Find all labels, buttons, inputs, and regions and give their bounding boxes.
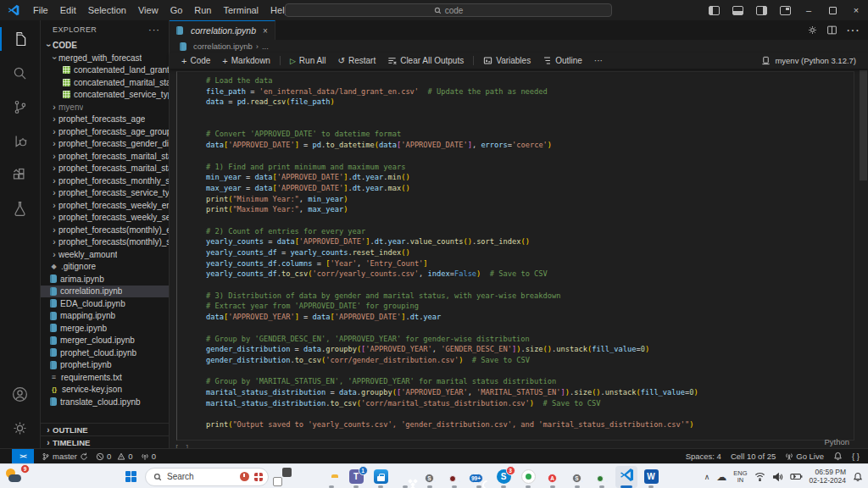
editor-scrollbar[interactable] <box>860 70 867 180</box>
battery-icon[interactable] <box>790 472 803 481</box>
code-line[interactable] <box>206 215 854 226</box>
wifi-icon[interactable] <box>754 472 765 481</box>
tree-item-translate-cloud-ipynb[interactable]: translate_cloud.ipynb <box>41 396 169 408</box>
code-line[interactable]: min_year = data['APPROVED_DATE'].dt.year… <box>206 172 854 183</box>
code-line[interactable]: # Group by 'MARITAL_STATUS_EN', 'APPROVE… <box>206 376 854 387</box>
code-line[interactable] <box>206 366 854 377</box>
search-sidebar-icon[interactable] <box>0 56 41 90</box>
restart-button[interactable]: ↺Restart <box>333 53 381 68</box>
code-line[interactable]: max_year = data['APPROVED_DATE'].dt.year… <box>206 183 854 194</box>
tab-correlation-ipynb[interactable]: correlation.ipynb × <box>170 20 275 40</box>
code-line[interactable] <box>206 108 854 119</box>
add-code-cell-button[interactable]: +Code <box>176 53 215 68</box>
breadcrumb-more[interactable]: ... <box>262 42 269 51</box>
tree-item-concatenated-land-grant-count-d-[interactable]: concatenated_land_grant_count_d... <box>41 64 169 77</box>
code-line[interactable]: # Convert 'APPROVED_DATE' to datetime fo… <box>206 129 854 140</box>
notifications-bell-icon[interactable] <box>833 452 843 461</box>
vscode-taskbar-icon[interactable] <box>615 466 637 488</box>
code-line[interactable]: gender_distribution.to_csv('corr/gender_… <box>206 355 854 366</box>
code-line[interactable]: # Load the data <box>206 75 854 86</box>
prettier-braces-indicator[interactable]: { } <box>852 452 860 461</box>
explorer-icon[interactable] <box>0 22 41 56</box>
spaces-indicator[interactable]: Spaces: 4 <box>686 452 721 461</box>
code-line[interactable]: print("Output saved to 'yearly_counts.cs… <box>206 419 854 430</box>
chrome-profile-3-taskbar-icon[interactable]: A <box>542 466 564 488</box>
code-line[interactable]: yearly_counts_df = yearly_counts.reset_i… <box>206 247 854 258</box>
code-line[interactable]: yearly_counts = data['APPROVED_DATE'].dt… <box>206 236 854 247</box>
tree-item-mapping-ipynb[interactable]: mapping.ipynb <box>41 310 169 323</box>
cell-language[interactable]: Python <box>824 437 849 446</box>
customize-layout-icon[interactable] <box>773 0 797 20</box>
code-line[interactable]: yearly_counts_df.to_csv('corr/yearly_cou… <box>206 269 854 280</box>
language-indicator[interactable]: ENGIN <box>733 470 747 484</box>
tree-item-arima-ipynb[interactable]: arima.ipynb <box>41 273 169 286</box>
cell-indicator[interactable]: Cell 10 of 25 <box>731 452 776 461</box>
account-icon[interactable] <box>0 377 41 411</box>
tree-item-prophet-forecasts-monthly-service-[interactable]: ›prophet_forecasts(monthly)_service... <box>41 236 169 249</box>
chrome-profile-4-taskbar-icon[interactable]: S <box>566 466 588 488</box>
code-line[interactable]: gender_distribution = data.groupby(['APP… <box>206 344 854 355</box>
errors-indicator[interactable]: 0 0 <box>96 452 133 461</box>
code-line[interactable] <box>206 323 854 334</box>
volume-icon[interactable] <box>772 472 783 482</box>
kernel-picker[interactable]: myenv (Python 3.12.7) <box>761 56 856 65</box>
breadcrumb-file[interactable]: correlation.ipynb <box>193 42 253 51</box>
tree-item-prophet-forecasts-gender-distributi-[interactable]: ›prophet_forecasts_gender_distributi... <box>41 138 169 151</box>
outline-button[interactable]: Outline <box>537 53 587 68</box>
toolbar-more-button[interactable]: ··· <box>589 53 608 68</box>
toggle-panel-icon[interactable] <box>726 0 749 20</box>
tray-chevron-up-icon[interactable]: ∧ <box>704 473 710 481</box>
teams-taskbar-icon[interactable]: T1 <box>345 466 367 488</box>
code-line[interactable] <box>206 151 854 162</box>
tree-item-correlation-ipynb[interactable]: correlation.ipynb <box>41 286 169 298</box>
chrome-profile-1-taskbar-icon[interactable]: S <box>419 466 441 488</box>
code-line[interactable]: # 2) Count of entries for every year <box>206 226 854 237</box>
tree-item-prophet-forecasts-weekly-entry-co-[interactable]: ›prophet_forecasts_weekly_entry_co... <box>41 199 169 212</box>
code-line[interactable]: marital_status_distribution = data.group… <box>206 387 854 398</box>
code-line[interactable]: # Extract year from 'APPROVED_DATE' for … <box>206 301 854 312</box>
taskbar-search[interactable]: Search <box>145 468 269 486</box>
breadcrumb[interactable]: correlation.ipynb › ... <box>170 40 868 53</box>
tree-item-prophet-forecasts-age-group-distri-[interactable]: ›prophet_forecasts_age_group_distri... <box>41 125 169 138</box>
tree-item-weekly-amount[interactable]: ›weekly_amount <box>41 248 169 261</box>
toggle-sidebar-icon[interactable] <box>702 0 726 20</box>
tree-item-merge-ipynb[interactable]: merge.ipynb <box>41 322 169 335</box>
settings-gear-icon[interactable] <box>0 411 41 445</box>
start-button[interactable] <box>120 466 142 488</box>
tree-item-service-key-json[interactable]: {}service-key.json <box>41 384 169 396</box>
tree-item-prophet-forecasts-age[interactable]: ›prophet_forecasts_age <box>41 114 169 126</box>
code-line[interactable]: yearly_counts_df.columns = ['Year', 'Ent… <box>206 258 854 269</box>
extensions-icon[interactable] <box>0 158 41 191</box>
task-view-taskbar-icon[interactable] <box>271 466 293 488</box>
remote-indicator[interactable]: >< <box>12 449 34 464</box>
code-line[interactable] <box>206 280 854 291</box>
branch-indicator[interactable]: master <box>42 452 88 461</box>
timeline-section[interactable]: › TIMELINE <box>41 435 169 448</box>
snipping-tool-taskbar-icon[interactable] <box>517 466 539 488</box>
add-markdown-cell-button[interactable]: +Markdown <box>217 53 275 68</box>
code-line[interactable]: data['APPROVED_DATE'] = pd.to_datetime(d… <box>206 140 854 151</box>
ms-store-taskbar-icon[interactable] <box>370 466 392 488</box>
editor-more-actions-icon[interactable]: ··· <box>846 23 860 38</box>
tree-item--gitignore[interactable]: ◆.gitignore <box>41 261 169 274</box>
tree-item-merger-cloud-ipynb[interactable]: merger_cloud.ipynb <box>41 335 169 347</box>
code-line[interactable]: marital_status_distribution.to_csv('corr… <box>206 398 854 409</box>
notebook-settings-gear-icon[interactable] <box>807 25 818 36</box>
variables-button[interactable]: Variables <box>478 53 536 68</box>
source-control-icon[interactable] <box>0 90 41 124</box>
code-cell[interactable]: # Load the datafile_path = 'en_internal_… <box>176 71 854 441</box>
notification-bell-icon[interactable] <box>853 472 863 482</box>
onedrive-cloud-icon[interactable]: ☁ <box>716 471 726 483</box>
chrome-profile-2-taskbar-icon[interactable] <box>443 466 465 488</box>
tree-item-prophet-forecasts-marital-status-fi-[interactable]: ›prophet_forecasts_marital_status_fi... <box>41 150 169 163</box>
code-line[interactable]: data['APPROVED_YEAR'] = data['APPROVED_D… <box>206 312 854 323</box>
tree-item-prophet-forecasts-weekly-service-t-[interactable]: ›prophet_forecasts_weekly_service_t... <box>41 212 169 225</box>
code-line[interactable] <box>206 119 854 130</box>
tree-item-prophet-forecasts-monthly-entry-c-[interactable]: ›prophet_forecasts(monthly)_entry_c... <box>41 224 169 236</box>
go-live-button[interactable]: Go Live <box>785 452 824 461</box>
tree-item-prophet-forecasts-service-type[interactable]: ›prophet_forecasts_service_type <box>41 187 169 200</box>
menu-terminal[interactable]: Terminal <box>218 2 265 19</box>
outline-section[interactable]: › OUTLINE <box>41 423 169 435</box>
run-debug-icon[interactable] <box>0 124 41 158</box>
explorer-more-actions-icon[interactable]: ··· <box>148 25 160 35</box>
